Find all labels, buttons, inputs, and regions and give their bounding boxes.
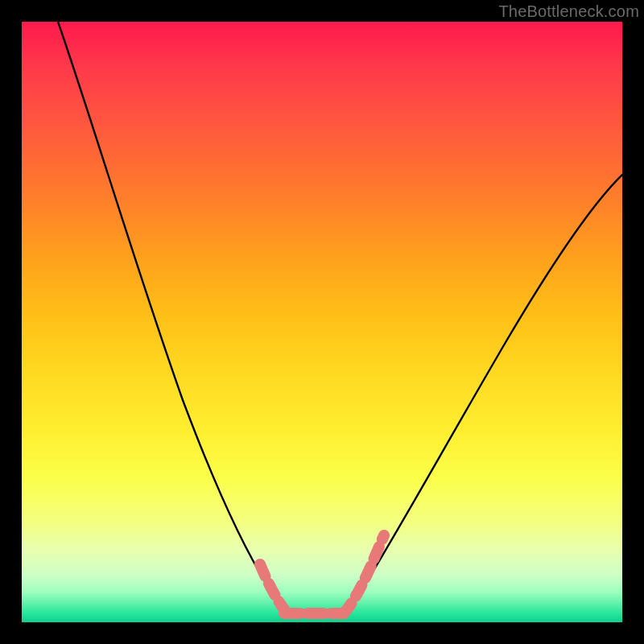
chart-frame: TheBottleneck.com [0, 0, 644, 644]
curve-path [58, 22, 622, 615]
highlight-segment [260, 535, 384, 613]
watermark-text: TheBottleneck.com [498, 2, 639, 21]
bottleneck-curve [22, 22, 622, 622]
plot-area [22, 22, 622, 622]
